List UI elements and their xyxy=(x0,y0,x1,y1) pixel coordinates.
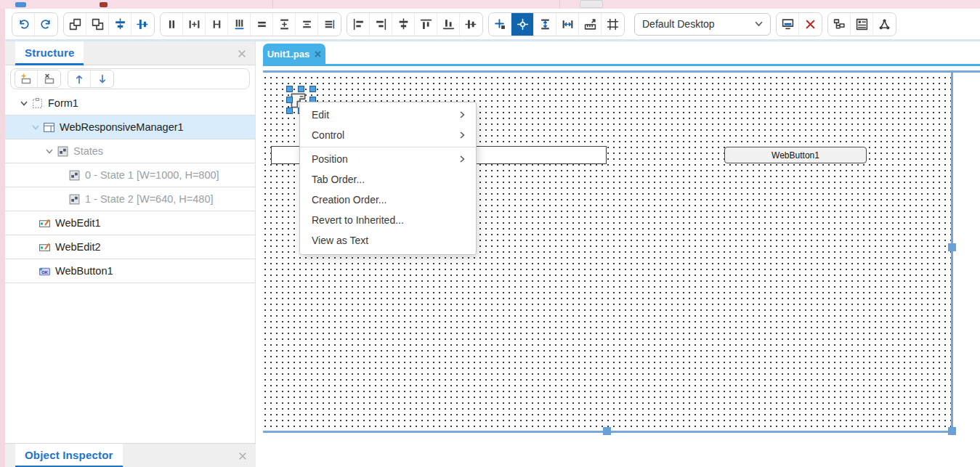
designer-toolbar: Default Desktop xyxy=(5,9,980,41)
save-desktop-button[interactable] xyxy=(777,13,799,36)
menu-item-view-as-text[interactable]: View as Text xyxy=(300,230,476,251)
align-horizontal-centers-button[interactable] xyxy=(392,13,415,36)
structure-panel-header: Structure xyxy=(5,41,255,65)
selection-handle[interactable] xyxy=(286,86,293,92)
submenu-arrow-icon xyxy=(460,111,465,118)
snap-to-grid-icon xyxy=(494,18,506,31)
tab-structure[interactable]: Structure xyxy=(15,41,84,65)
tree-item-webedit2[interactable]: WebEdit2 xyxy=(5,235,255,259)
selection-handle[interactable] xyxy=(298,86,304,92)
object-inspector-panel-header: Object Inspector xyxy=(5,443,256,467)
tree-item-webbutton1[interactable]: OK WebButton1 xyxy=(5,259,255,283)
move-up-button[interactable] xyxy=(68,70,91,87)
structure-close-button[interactable] xyxy=(238,49,246,58)
align-middles-button[interactable] xyxy=(460,13,482,36)
increase-horizontal-spacing-button[interactable] xyxy=(183,13,206,36)
close-icon[interactable] xyxy=(315,51,321,57)
menu-item-position[interactable]: Position xyxy=(300,149,476,169)
menu-item-creation-order[interactable]: Creation Order... xyxy=(300,190,476,210)
space-equal-horizontal-button[interactable] xyxy=(161,13,183,36)
chevron-down-icon[interactable] xyxy=(31,123,40,131)
tab-object-inspector[interactable]: Object Inspector xyxy=(15,444,123,467)
fit-width-button[interactable] xyxy=(556,13,579,36)
tree-item-state1[interactable]: 0 - State 1 [W=1000, H=800] xyxy=(5,163,255,187)
cropped-left-chrome xyxy=(0,9,5,467)
cropped-top-chrome xyxy=(0,0,980,9)
undo-icon xyxy=(17,18,30,31)
close-icon xyxy=(238,49,246,58)
toolbar-group-views xyxy=(827,12,896,36)
remove-horizontal-spacing-button[interactable] xyxy=(228,13,251,36)
tree-item-states[interactable]: States xyxy=(5,139,255,163)
menu-item-revert-to-inherited[interactable]: Revert to Inherited... xyxy=(300,210,476,230)
tool-palette-button[interactable] xyxy=(873,13,896,36)
toolbar-group-align xyxy=(347,12,483,36)
decrease-horizontal-spacing-button[interactable] xyxy=(206,13,228,36)
webbutton1-label: WebButton1 xyxy=(772,150,819,161)
tree-item-label: WebResponsiveManager1 xyxy=(60,121,184,133)
close-icon xyxy=(238,452,247,460)
align-middle-vertical-icon xyxy=(137,18,149,31)
align-bottoms-button[interactable] xyxy=(437,13,460,36)
form-resize-handle-corner[interactable] xyxy=(948,427,956,435)
align-middle-vertical-button[interactable] xyxy=(131,13,154,36)
object-inspector-close-button[interactable] xyxy=(238,452,247,460)
align-left-edges-button[interactable] xyxy=(347,13,370,36)
bring-to-front-button[interactable] xyxy=(64,13,86,36)
form-resize-handle-bottom[interactable] xyxy=(603,427,611,435)
tree-item-webresponsivemanager1[interactable]: WebResponsiveManager1 xyxy=(5,115,255,139)
redo-button[interactable] xyxy=(35,13,57,36)
remove-vertical-spacing-button[interactable] xyxy=(318,13,341,36)
align-right-edges-button[interactable] xyxy=(370,13,392,36)
tree-item-label: Form1 xyxy=(48,97,78,109)
send-to-back-button[interactable] xyxy=(86,13,109,36)
chevron-down-icon[interactable] xyxy=(45,147,54,155)
space-equal-horizontal-icon xyxy=(166,18,178,31)
frame-grid-button[interactable] xyxy=(602,13,624,36)
snap-to-grid-button[interactable] xyxy=(489,13,511,36)
form-icon xyxy=(31,97,44,110)
increase-horizontal-spacing-icon xyxy=(188,18,201,31)
align-center-horizontal-button[interactable] xyxy=(109,13,131,36)
delete-desktop-button[interactable] xyxy=(799,13,822,36)
add-item-button[interactable] xyxy=(15,70,38,87)
toolbar-group-order-center xyxy=(63,12,155,36)
cropped-blue-icon xyxy=(15,2,26,7)
fit-height-button[interactable] xyxy=(534,13,556,36)
selection-handle[interactable] xyxy=(286,107,293,114)
decrease-vertical-spacing-button[interactable] xyxy=(296,13,318,36)
context-menu: Edit Control Position Tab Order... Creat… xyxy=(299,102,477,255)
desktop-layout-select[interactable]: Default Desktop xyxy=(634,13,771,36)
tree-item-label: 0 - State 1 [W=1000, H=800] xyxy=(85,169,219,181)
ide-window: Default Desktop Structure xyxy=(0,0,980,467)
webbutton1-control[interactable]: WebButton1 xyxy=(724,147,867,163)
object-inspector-view-button[interactable] xyxy=(851,13,873,36)
form-resize-handle-right[interactable] xyxy=(948,243,956,251)
state-icon xyxy=(68,193,81,206)
fit-height-icon xyxy=(539,18,551,31)
increase-vertical-spacing-button[interactable] xyxy=(273,13,296,36)
menu-separator xyxy=(300,147,476,147)
undo-button[interactable] xyxy=(12,13,35,36)
ruler-button[interactable] xyxy=(579,13,602,36)
menu-item-tab-order[interactable]: Tab Order... xyxy=(300,169,476,190)
menu-item-control[interactable]: Control xyxy=(300,125,476,145)
tree-item-form1[interactable]: Form1 xyxy=(5,92,255,115)
structure-view-button[interactable] xyxy=(828,13,851,36)
move-down-button[interactable] xyxy=(91,70,113,87)
bring-to-front-icon xyxy=(69,18,81,31)
selection-handle[interactable] xyxy=(309,86,316,92)
space-equal-vertical-button[interactable] xyxy=(251,13,273,36)
align-tops-button[interactable] xyxy=(415,13,437,36)
tree-item-webedit1[interactable]: WebEdit1 xyxy=(5,211,255,235)
tree-item-state2[interactable]: 1 - State 2 [W=640, H=480] xyxy=(5,187,255,211)
chevron-down-icon[interactable] xyxy=(20,100,28,107)
position-mode-button[interactable] xyxy=(511,13,534,36)
align-right-edges-icon xyxy=(375,18,387,31)
structure-toolbar xyxy=(10,68,250,89)
tab-unit1-pas[interactable]: Unit1.pas xyxy=(263,44,325,64)
selection-handle[interactable] xyxy=(286,97,293,103)
delete-item-button[interactable] xyxy=(38,70,60,87)
webbutton-icon: OK xyxy=(39,265,51,277)
menu-item-edit[interactable]: Edit xyxy=(300,105,476,125)
